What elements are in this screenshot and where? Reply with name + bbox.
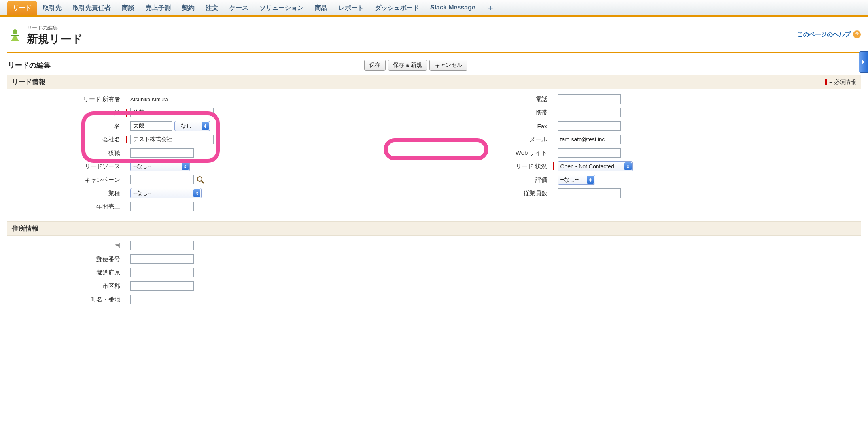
salutation-select[interactable]: --なし-- ▲▼ — [174, 121, 210, 131]
title-input[interactable] — [130, 148, 194, 158]
status-label: リード 状況 — [434, 163, 553, 170]
email-input[interactable] — [558, 135, 621, 144]
rating-select[interactable]: --なし-- ▲▼ — [558, 175, 595, 185]
country-label: 国 — [7, 242, 126, 250]
city-input[interactable] — [130, 281, 194, 291]
cancel-button[interactable]: キャンセル — [429, 60, 467, 71]
leadsource-label: リードソース — [7, 163, 126, 170]
save-button[interactable]: 保存 — [364, 60, 386, 71]
employees-label: 従業員数 — [434, 190, 553, 197]
edit-section-bar: リードの編集 保存 保存 & 新規 キャンセル — [7, 53, 861, 75]
website-input[interactable] — [558, 148, 621, 158]
phone-input[interactable] — [558, 94, 621, 104]
revenue-input[interactable] — [130, 202, 194, 211]
campaign-input[interactable] — [130, 175, 194, 184]
firstname-label: 名 — [7, 122, 126, 130]
zip-label: 郵便番号 — [7, 256, 126, 263]
industry-select[interactable]: --なし-- ▲▼ — [130, 188, 202, 198]
lastname-input[interactable] — [130, 108, 214, 117]
top-tabbar: リード 取引先 取引先責任者 商談 売上予測 契約 注文 ケース ソリューション… — [0, 0, 868, 17]
help-link[interactable]: このページのヘルプ ? — [797, 30, 861, 38]
industry-label: 業種 — [7, 190, 126, 197]
campaign-label: キャンペーン — [7, 176, 126, 184]
employees-input[interactable] — [558, 188, 621, 198]
fax-input[interactable] — [558, 121, 621, 131]
page-eyebrow: リードの編集 — [27, 24, 83, 32]
tab-solution[interactable]: ソリューション — [254, 0, 309, 15]
country-input[interactable] — [130, 241, 194, 250]
edit-section-label: リードの編集 — [8, 60, 51, 70]
revenue-label: 年間売上 — [7, 203, 126, 211]
tab-product[interactable]: 商品 — [309, 0, 333, 15]
tab-contact[interactable]: 取引先責任者 — [67, 0, 116, 15]
panel-lead-title: リード情報 — [12, 77, 45, 87]
email-label: メール — [434, 136, 553, 143]
firstname-input[interactable] — [130, 121, 172, 131]
owner-value: Atsuhiko Kimura — [130, 96, 168, 102]
svg-marker-3 — [862, 60, 865, 64]
tab-forecast[interactable]: 売上予測 — [140, 0, 176, 15]
status-select[interactable]: Open - Not Contacted ▲▼ — [558, 161, 633, 171]
website-label: Web サイト — [434, 149, 553, 157]
owner-label: リード 所有者 — [7, 96, 126, 103]
mobile-label: 携帯 — [434, 109, 553, 117]
zip-input[interactable] — [130, 254, 194, 264]
svg-point-0 — [13, 29, 17, 34]
required-note: = 必須情報 — [825, 79, 856, 86]
fax-label: Fax — [434, 123, 553, 130]
panel-address-title: 住所情報 — [12, 224, 39, 233]
page-head: リードの編集 新規リード このページのヘルプ ? — [7, 17, 861, 53]
tab-account[interactable]: 取引先 — [37, 0, 67, 15]
mobile-input[interactable] — [558, 108, 621, 117]
leadsource-select[interactable]: --なし-- ▲▼ — [130, 161, 190, 171]
tab-lead[interactable]: リード — [7, 1, 37, 15]
page-title: 新規リード — [27, 32, 83, 47]
help-link-text: このページのヘルプ — [797, 31, 851, 38]
svg-line-2 — [201, 181, 204, 183]
tab-order[interactable]: 注文 — [200, 0, 224, 15]
lookup-icon[interactable] — [196, 175, 205, 184]
rating-label: 評価 — [434, 176, 553, 184]
help-icon: ? — [853, 30, 861, 38]
tab-opportunity[interactable]: 商談 — [116, 0, 140, 15]
company-label: 会社名 — [7, 136, 126, 143]
panel-address-head: 住所情報 — [7, 221, 861, 236]
state-label: 都道府県 — [7, 269, 126, 277]
right-drawer-toggle[interactable] — [859, 51, 868, 73]
save-and-new-button[interactable]: 保存 & 新規 — [388, 60, 427, 71]
tab-contract[interactable]: 契約 — [176, 0, 200, 15]
state-input[interactable] — [130, 268, 194, 277]
tab-report[interactable]: レポート — [333, 0, 369, 15]
tab-case[interactable]: ケース — [224, 0, 254, 15]
tab-dashboard[interactable]: ダッシュボード — [369, 0, 425, 15]
tab-add[interactable]: ＋ — [481, 0, 500, 15]
company-input[interactable] — [130, 135, 214, 144]
lead-icon — [7, 28, 23, 43]
phone-label: 電話 — [434, 96, 553, 103]
street-input[interactable] — [130, 295, 231, 304]
city-label: 市区郡 — [7, 282, 126, 290]
title-label: 役職 — [7, 149, 126, 157]
lastname-label: 姓 — [7, 109, 126, 117]
tab-slack-message[interactable]: Slack Message — [425, 0, 481, 15]
panel-lead-head: リード情報 = 必須情報 — [7, 75, 861, 89]
street-label: 町名・番地 — [7, 296, 126, 303]
